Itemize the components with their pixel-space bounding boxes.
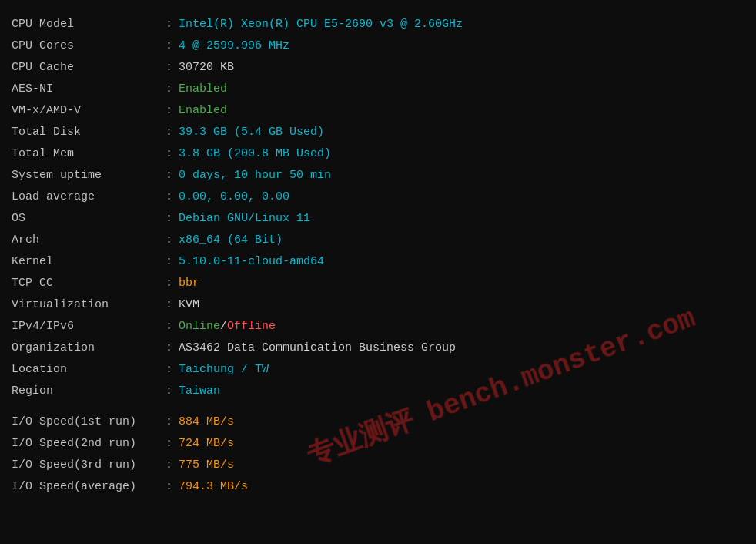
row-separator: : [166, 382, 172, 401]
row-separator: : [166, 317, 172, 336]
row-label: AES-NI [12, 80, 166, 99]
system-info-section: CPU Model: Intel(R) Xeon(R) CPU E5-2690 … [0, 12, 756, 404]
info-row: System uptime: 0 days, 10 hour 50 min [0, 165, 756, 186]
info-row: AES-NI: Enabled [0, 79, 756, 100]
row-value: 0.00, 0.00, 0.00 [179, 188, 289, 207]
ip-slash: / [220, 317, 227, 336]
info-row: Arch: x86_64 (64 Bit) [0, 230, 756, 251]
row-label: CPU Cores [12, 37, 166, 55]
row-separator: : [166, 361, 172, 379]
row-value: 3.8 GB (200.8 MB Used) [179, 145, 331, 163]
row-value: AS3462 Data Communication Business Group [179, 339, 456, 358]
middle-divider [0, 404, 756, 410]
row-value: x86_64 (64 Bit) [179, 231, 283, 250]
row-value: Taiwan [179, 382, 220, 401]
io-separator: : [166, 413, 172, 432]
info-row: Virtualization: KVM [0, 294, 756, 316]
info-row: VM-x/AMD-V: Enabled [0, 100, 756, 122]
ipv4-status: Online [179, 317, 220, 336]
info-row: CPU Cores: 4 @ 2599.996 MHz [0, 35, 756, 57]
row-label: Region [12, 382, 166, 401]
io-row: I/O Speed(2nd run): 724 MB/s [0, 433, 756, 455]
row-separator: : [166, 339, 172, 358]
info-row: CPU Cache: 30720 KB [0, 57, 756, 79]
row-label: System uptime [12, 166, 166, 185]
row-value: Enabled [179, 102, 227, 120]
io-value: 794.3 MB/s [179, 478, 248, 496]
io-separator: : [166, 435, 172, 453]
row-separator: : [166, 59, 172, 77]
info-row: Location: Taichung / TW [0, 359, 756, 381]
info-row: Organization: AS3462 Data Communication … [0, 337, 756, 359]
info-row: Region: Taiwan [0, 381, 756, 402]
info-row: Load average: 0.00, 0.00, 0.00 [0, 186, 756, 208]
io-label: I/O Speed(1st run) [12, 413, 166, 432]
top-divider [0, 6, 756, 12]
row-label: VM-x/AMD-V [12, 102, 166, 120]
row-separator: : [166, 166, 172, 185]
info-row: OS: Debian GNU/Linux 11 [0, 208, 756, 230]
io-row: I/O Speed(average): 794.3 MB/s [0, 476, 756, 498]
row-value: 30720 KB [179, 59, 234, 77]
row-label: TCP CC [12, 274, 166, 293]
row-label: Virtualization [12, 296, 166, 314]
row-label: Location [12, 361, 166, 379]
info-row: IPv4/IPv6: Online / Offline [0, 316, 756, 337]
info-row: Total Mem: 3.8 GB (200.8 MB Used) [0, 143, 756, 165]
row-separator: : [166, 37, 172, 55]
io-separator: : [166, 478, 172, 496]
row-value: Intel(R) Xeon(R) CPU E5-2690 v3 @ 2.60GH… [179, 15, 463, 34]
row-separator: : [166, 15, 172, 34]
row-separator: : [166, 274, 172, 293]
row-label: OS [12, 210, 166, 228]
row-value: Debian GNU/Linux 11 [179, 210, 310, 228]
row-label: Total Disk [12, 123, 166, 142]
row-separator: : [166, 231, 172, 250]
io-label: I/O Speed(2nd run) [12, 435, 166, 453]
row-value: Enabled [179, 80, 227, 99]
info-row: Total Disk: 39.3 GB (5.4 GB Used) [0, 122, 756, 143]
info-row: CPU Model: Intel(R) Xeon(R) CPU E5-2690 … [0, 14, 756, 35]
io-value: 775 MB/s [179, 456, 234, 475]
row-value: KVM [179, 296, 199, 314]
io-label: I/O Speed(average) [12, 478, 166, 496]
row-separator: : [166, 102, 172, 120]
io-separator: : [166, 456, 172, 475]
io-row: I/O Speed(3rd run): 775 MB/s [0, 455, 756, 476]
row-label: CPU Cache [12, 59, 166, 77]
row-separator: : [166, 145, 172, 163]
row-separator: : [166, 253, 172, 271]
row-label: Organization [12, 339, 166, 358]
row-value: bbr [179, 274, 199, 293]
io-value: 884 MB/s [179, 413, 234, 432]
row-value: Taichung / TW [179, 361, 269, 379]
info-row: Kernel: 5.10.0-11-cloud-amd64 [0, 251, 756, 273]
io-label: I/O Speed(3rd run) [12, 456, 166, 475]
row-separator: : [166, 296, 172, 314]
io-value: 724 MB/s [179, 435, 234, 453]
row-value: 5.10.0-11-cloud-amd64 [179, 253, 324, 271]
row-label: Arch [12, 231, 166, 250]
row-separator: : [166, 188, 172, 207]
row-label: Kernel [12, 253, 166, 271]
row-separator: : [166, 210, 172, 228]
info-row: TCP CC: bbr [0, 273, 756, 294]
ipv6-status: Offline [227, 317, 276, 336]
row-value: 39.3 GB (5.4 GB Used) [179, 123, 324, 142]
row-label: Total Mem [12, 145, 166, 163]
row-value: 0 days, 10 hour 50 min [179, 166, 331, 185]
row-separator: : [166, 123, 172, 142]
row-label: CPU Model [12, 15, 166, 34]
row-separator: : [166, 80, 172, 99]
row-label: Load average [12, 188, 166, 207]
io-row: I/O Speed(1st run): 884 MB/s [0, 411, 756, 433]
row-value: 4 @ 2599.996 MHz [179, 37, 289, 55]
row-label: IPv4/IPv6 [12, 317, 166, 336]
io-section: I/O Speed(1st run): 884 MB/sI/O Speed(2n… [0, 410, 756, 499]
